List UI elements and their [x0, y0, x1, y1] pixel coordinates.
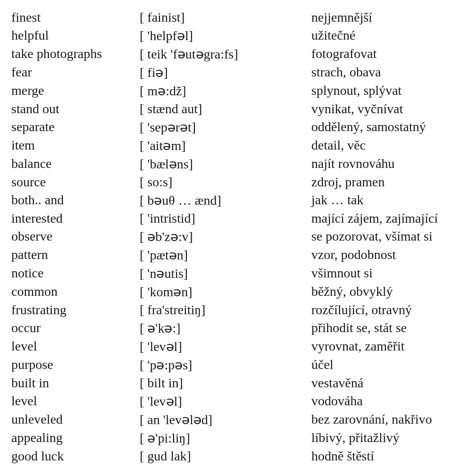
- phonetic-cell: [ 'pætən]: [140, 246, 311, 264]
- translation-cell: užitečné: [311, 26, 442, 45]
- table-row: notice[ 'nəutis]všimnout si: [11, 264, 442, 283]
- phonetic-cell: [ teik 'fəutəgra:fs]: [140, 45, 311, 63]
- word-cell: stand out: [11, 100, 140, 118]
- word-cell: separate: [11, 118, 140, 136]
- table-row: finest[ fainist]nejjemnější: [11, 8, 442, 26]
- word-cell: frustrating: [11, 301, 140, 319]
- phonetic-cell: [ ə'kə:]: [140, 319, 311, 337]
- table-row: interested[ 'intristid]mající zájem, zaj…: [11, 209, 442, 227]
- table-row: source[ so:s]zdroj, pramen: [11, 173, 442, 191]
- word-cell: pattern: [11, 246, 140, 264]
- table-row: item[ 'aitəm]detail, věc: [11, 136, 442, 155]
- table-row: separate[ 'sepərət]oddělený, samostatný: [11, 118, 442, 136]
- word-cell: balance: [11, 155, 140, 173]
- table-row: purpose[ 'pə:pəs]účel: [11, 356, 442, 374]
- word-cell: notice: [11, 264, 140, 283]
- word-cell: level: [11, 392, 140, 410]
- table-row: level[ 'levəl]vodováha: [11, 392, 442, 410]
- table-row: good luck[ gud lak]hodně štěstí: [11, 447, 442, 465]
- phonetic-cell: [ 'sepərət]: [140, 118, 311, 136]
- translation-cell: běžný, obvyklý: [311, 283, 442, 301]
- translation-cell: účel: [311, 356, 442, 374]
- word-cell: appealing: [11, 429, 140, 447]
- phonetic-cell: [ 'helpfəl]: [140, 26, 311, 45]
- table-row: observe[ əb'zə:v]se pozorovat, všímat si: [11, 227, 442, 246]
- translation-cell: všimnout si: [311, 264, 442, 283]
- phonetic-cell: [ bəuθ … ænd]: [140, 191, 311, 209]
- word-cell: fear: [11, 63, 140, 82]
- translation-cell: nejjemnější: [311, 8, 442, 26]
- table-row: balance[ 'bæləns]najít rovnováhu: [11, 155, 442, 173]
- translation-cell: najít rovnováhu: [311, 155, 442, 173]
- translation-cell: vestavěná: [311, 374, 442, 392]
- word-cell: level: [11, 337, 140, 356]
- phonetic-cell: [ 'levəl]: [140, 337, 311, 356]
- table-row: stand out[ stænd aut]vynikat, vyčnívat: [11, 100, 442, 118]
- translation-cell: oddělený, samostatný: [311, 118, 442, 136]
- table-row: built in[ bilt in]vestavěná: [11, 374, 442, 392]
- translation-cell: vodováha: [311, 392, 442, 410]
- phonetic-cell: [ 'komən]: [140, 283, 311, 301]
- word-cell: unleveled: [11, 410, 140, 429]
- translation-cell: se pozorovat, všímat si: [311, 227, 442, 246]
- table-row: pattern[ 'pætən]vzor, podobnost: [11, 246, 442, 264]
- phonetic-cell: [ stænd aut]: [140, 100, 311, 118]
- phonetic-cell: [ fra'streitiŋ]: [140, 301, 311, 319]
- translation-cell: fotografovat: [311, 45, 442, 63]
- word-cell: purpose: [11, 356, 140, 374]
- table-row: fear[ fiə]strach, obava: [11, 63, 442, 82]
- word-cell: built in: [11, 374, 140, 392]
- phonetic-cell: [ 'nəutis]: [140, 264, 311, 283]
- table-row: level[ 'levəl]vyrovnat, zaměřit: [11, 337, 442, 356]
- table-row: merge[ mə:dž]splynout, splývat: [11, 82, 442, 100]
- table-row: take photographs[ teik 'fəutəgra:fs]foto…: [11, 45, 442, 63]
- word-cell: occur: [11, 319, 140, 337]
- table-row: unleveled[ an 'levələd]bez zarovnání, na…: [11, 410, 442, 429]
- phonetic-cell: [ 'bæləns]: [140, 155, 311, 173]
- word-cell: observe: [11, 227, 140, 246]
- translation-cell: přihodit se, stát se: [311, 319, 442, 337]
- translation-cell: splynout, splývat: [311, 82, 442, 100]
- word-cell: helpful: [11, 26, 140, 45]
- translation-cell: vzor, podobnost: [311, 246, 442, 264]
- word-cell: interested: [11, 209, 140, 227]
- vocabulary-table: finest[ fainist]nejjemnějšíhelpful[ 'hel…: [11, 8, 442, 465]
- translation-cell: hodně štěstí: [311, 447, 442, 465]
- word-cell: take photographs: [11, 45, 140, 63]
- translation-cell: detail, věc: [311, 136, 442, 155]
- phonetic-cell: [ əb'zə:v]: [140, 227, 311, 246]
- translation-cell: strach, obava: [311, 63, 442, 82]
- word-cell: finest: [11, 8, 140, 26]
- table-row: frustrating[ fra'streitiŋ]rozčílující, o…: [11, 301, 442, 319]
- translation-cell: zdroj, pramen: [311, 173, 442, 191]
- phonetic-cell: [ 'pə:pəs]: [140, 356, 311, 374]
- word-cell: both.. and: [11, 191, 140, 209]
- word-cell: common: [11, 283, 140, 301]
- phonetic-cell: [ 'aitəm]: [140, 136, 311, 155]
- phonetic-cell: [ fainist]: [140, 8, 311, 26]
- translation-cell: bez zarovnání, nakřivo: [311, 410, 442, 429]
- table-row: common[ 'komən]běžný, obvyklý: [11, 283, 442, 301]
- word-cell: source: [11, 173, 140, 191]
- phonetic-cell: [ an 'levələd]: [140, 410, 311, 429]
- table-row: both.. and[ bəuθ … ænd]jak … tak: [11, 191, 442, 209]
- word-cell: item: [11, 136, 140, 155]
- translation-cell: vyrovnat, zaměřit: [311, 337, 442, 356]
- table-row: helpful[ 'helpfəl]užitečné: [11, 26, 442, 45]
- phonetic-cell: [ bilt in]: [140, 374, 311, 392]
- phonetic-cell: [ fiə]: [140, 63, 311, 82]
- phonetic-cell: [ mə:dž]: [140, 82, 311, 100]
- table-row: appealing[ ə'pi:liŋ]líbivý, přitažlivý: [11, 429, 442, 447]
- translation-cell: vynikat, vyčnívat: [311, 100, 442, 118]
- translation-cell: rozčílující, otravný: [311, 301, 442, 319]
- table-row: occur[ ə'kə:]přihodit se, stát se: [11, 319, 442, 337]
- translation-cell: jak … tak: [311, 191, 442, 209]
- word-cell: good luck: [11, 447, 140, 465]
- translation-cell: mající zájem, zajímající: [311, 209, 442, 227]
- word-cell: merge: [11, 82, 140, 100]
- translation-cell: líbivý, přitažlivý: [311, 429, 442, 447]
- phonetic-cell: [ 'levəl]: [140, 392, 311, 410]
- phonetic-cell: [ gud lak]: [140, 447, 311, 465]
- phonetic-cell: [ so:s]: [140, 173, 311, 191]
- phonetic-cell: [ 'intristid]: [140, 209, 311, 227]
